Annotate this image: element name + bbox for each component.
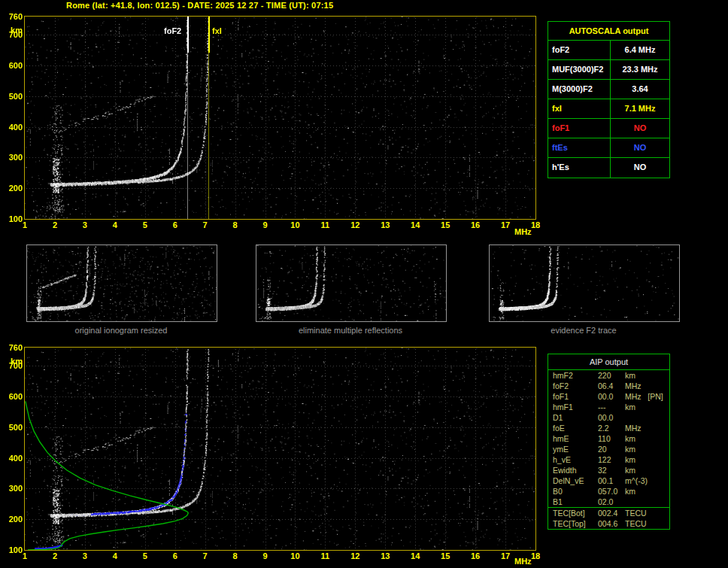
y-tick-label: 400 bbox=[2, 123, 23, 132]
aip-row: ymE20km bbox=[548, 444, 669, 454]
x-tick-label: 4 bbox=[105, 221, 125, 229]
autoscala-screen: Rome (lat: +41.8, lon: 012.5) - DATE: 20… bbox=[0, 0, 728, 568]
thumbnail-eliminate-multiples bbox=[256, 245, 447, 322]
x-tick-label: 6 bbox=[165, 221, 185, 229]
aip-row-value: 00.0 bbox=[598, 391, 625, 402]
thumbnail-caption-original: original ionogram resized bbox=[26, 326, 217, 335]
aip-row-name: h_vE bbox=[548, 454, 598, 465]
aip-row: TEC[Bot]002.4TECU bbox=[548, 508, 669, 518]
y-tick-label: 400 bbox=[2, 454, 23, 463]
y-tick-label: 760 bbox=[2, 344, 23, 352]
aip-row-value: 220 bbox=[598, 370, 625, 381]
autoscala-output-panel: AUTOSCALA output foF2 6.4 MHz MUF(3000)F… bbox=[548, 21, 670, 178]
thumbnail-eliminate-multiples-canvas bbox=[256, 245, 446, 321]
x-tick-label: 11 bbox=[315, 221, 335, 229]
aip-row-value: 00.0 bbox=[598, 412, 625, 423]
aip-row: D100.0 bbox=[548, 412, 669, 423]
x-tick-label: 13 bbox=[375, 552, 395, 560]
aip-row-name: foF2 bbox=[548, 381, 598, 391]
aip-row-unit: km bbox=[625, 486, 669, 497]
aip-row-unit: km bbox=[625, 370, 669, 381]
x-tick-label: 13 bbox=[375, 221, 395, 229]
x-tick-label: 10 bbox=[285, 552, 305, 560]
aip-row: foF206.4MHz bbox=[548, 381, 669, 391]
y-tick-label: 700 bbox=[2, 31, 23, 39]
thumbnail-evidence-f2-canvas bbox=[490, 245, 679, 321]
aip-row: DelN_vE00.1m^(-3) bbox=[548, 475, 669, 486]
aip-row-unit: km bbox=[625, 454, 669, 465]
main-ionogram-plot: foF2 fxI bbox=[24, 16, 536, 220]
aip-row-name: Ewidth bbox=[548, 465, 598, 475]
x-tick-label: 18 bbox=[526, 552, 545, 560]
aip-row-value: 057.0 bbox=[598, 486, 625, 497]
y-tick-label: 200 bbox=[2, 515, 23, 524]
autoscala-row-label: MUF(3000)F2 bbox=[548, 60, 611, 79]
profile-ionogram-plot bbox=[24, 347, 536, 551]
x-tick-label: 14 bbox=[405, 552, 425, 560]
thumbnail-original-ionogram bbox=[26, 245, 217, 322]
aip-row-name: hmF1 bbox=[548, 402, 598, 412]
aip-row-name: TEC[Bot] bbox=[548, 508, 598, 518]
aip-row-unit bbox=[625, 497, 669, 507]
aip-row-value: 00.1 bbox=[598, 475, 625, 486]
aip-row: foF100.0MHz [PN] bbox=[548, 391, 669, 402]
x-tick-label: 8 bbox=[226, 221, 245, 229]
profile-ionogram-canvas bbox=[25, 348, 535, 550]
aip-row-unit: km bbox=[625, 433, 669, 444]
aip-row-value: 122 bbox=[598, 454, 625, 465]
autoscala-row-label: h'Es bbox=[548, 158, 611, 178]
aip-row: TEC[Top]004.6TECU bbox=[548, 518, 669, 529]
x-tick-label: 15 bbox=[435, 552, 455, 560]
aip-row: h_vE122km bbox=[548, 454, 669, 465]
aip-tec-rows: TEC[Bot]002.4TECUTEC[Top]004.6TECU bbox=[548, 508, 669, 529]
aip-row-name: ymE bbox=[548, 444, 598, 454]
aip-row-unit: km bbox=[625, 402, 669, 412]
x-tick-label: 9 bbox=[256, 552, 275, 560]
x-tick-label: 10 bbox=[285, 221, 305, 229]
aip-output-panel: AIP output hmF2220kmfoF206.4MHzfoF100.0M… bbox=[548, 354, 670, 508]
aip-tec-panel: TEC[Bot]002.4TECUTEC[Top]004.6TECU bbox=[548, 507, 670, 530]
x-tick-label: 6 bbox=[165, 552, 185, 560]
main-ionogram-canvas bbox=[25, 17, 535, 219]
y-tick-label: 760 bbox=[2, 13, 23, 21]
y-tick-label: 500 bbox=[2, 93, 23, 101]
aip-row-name: foF1 bbox=[548, 391, 598, 402]
autoscala-row-label: foF2 bbox=[548, 41, 611, 59]
y-tick-label: 200 bbox=[2, 184, 23, 193]
x-tick-label: 7 bbox=[196, 221, 215, 229]
autoscala-row-hes: h'Es NO bbox=[548, 158, 669, 178]
aip-row: hmE110km bbox=[548, 433, 669, 444]
aip-row-unit: TECU bbox=[625, 508, 669, 518]
x-tick-label: 1 bbox=[15, 552, 35, 560]
aip-row-unit: km bbox=[625, 465, 669, 475]
aip-row-value: 2.2 bbox=[598, 423, 625, 433]
x-tick-label: 12 bbox=[345, 552, 365, 560]
thumbnail-caption-evidence: evidence F2 trace bbox=[488, 326, 679, 335]
autoscala-row-label: ftEs bbox=[548, 138, 611, 157]
aip-row-name: foE bbox=[548, 423, 598, 433]
autoscala-row-fof1: foF1 NO bbox=[548, 119, 669, 138]
aip-row: hmF1---km bbox=[548, 402, 669, 412]
x-tick-label: 2 bbox=[45, 552, 65, 560]
aip-row: B0057.0km bbox=[548, 486, 669, 497]
aip-row-value: 002.4 bbox=[598, 508, 625, 518]
page-title: Rome (lat: +41.8, lon: 012.5) - DATE: 20… bbox=[66, 1, 333, 10]
aip-row-name: hmF2 bbox=[548, 370, 598, 381]
y-tick-label: 500 bbox=[2, 424, 23, 432]
thumbnail-original-canvas bbox=[27, 245, 217, 321]
x-tick-label: 1 bbox=[15, 221, 35, 229]
autoscala-row-label: fxI bbox=[548, 99, 611, 118]
aip-row-value: 06.4 bbox=[598, 381, 625, 391]
aip-row-unit: km bbox=[625, 444, 669, 454]
aip-row-value: --- bbox=[598, 402, 625, 412]
aip-row: foE2.2MHz bbox=[548, 423, 669, 433]
aip-row-unit: MHz [PN] bbox=[625, 391, 669, 402]
x-tick-label: 3 bbox=[75, 552, 95, 560]
x-tick-label: 7 bbox=[196, 552, 215, 560]
aip-row: Ewidth32km bbox=[548, 465, 669, 475]
thumbnail-evidence-f2-trace bbox=[489, 245, 680, 322]
autoscala-row-value: NO bbox=[611, 119, 669, 138]
x-tick-label: 17 bbox=[496, 552, 515, 560]
autoscala-row-value: 3.64 bbox=[611, 80, 669, 99]
y-tick-label: 600 bbox=[2, 393, 23, 401]
